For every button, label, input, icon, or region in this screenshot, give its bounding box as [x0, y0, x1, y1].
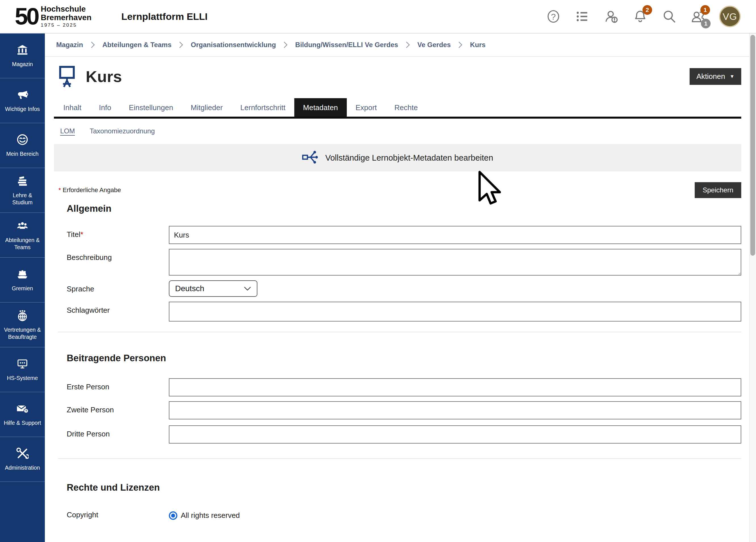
- section-divider: [58, 458, 741, 459]
- schlagwoerter-label: Schlagwörter: [67, 302, 169, 315]
- main-sidebar: Magazin Wichtige Infos Mein Bereich Lehr…: [0, 33, 45, 542]
- books-icon: [16, 175, 29, 188]
- copyright-radio[interactable]: [169, 511, 177, 520]
- sidebar-item-gremien[interactable]: Gremien: [0, 258, 45, 302]
- save-button[interactable]: Speichern: [695, 182, 741, 198]
- avatar[interactable]: VG: [719, 6, 741, 27]
- tab-bar: Inhalt Info Einstellungen Mitglieder Ler…: [54, 98, 741, 119]
- chevron-down-icon: [244, 286, 251, 291]
- copyright-label: Copyright: [67, 509, 169, 519]
- top-header: 50 Hochschule Bremerhaven 1975 – 2025 Le…: [0, 0, 756, 33]
- breadcrumb: Magazin Abteilungen & Teams Organisation…: [45, 33, 749, 57]
- list-menu-icon[interactable]: [574, 9, 590, 24]
- section-title-beitragende: Beitragende Personen: [67, 353, 741, 364]
- mail-question-icon: ?: [16, 402, 29, 416]
- notifications-bell-icon[interactable]: 2: [632, 9, 648, 24]
- committee-icon: [16, 268, 29, 281]
- dritte-person-input[interactable]: [169, 425, 741, 444]
- subtab-taxonomiezuordnung[interactable]: Taxonomiezuordnung: [90, 127, 155, 135]
- chevron-right-icon: [283, 41, 288, 49]
- globe-people-icon: [16, 309, 29, 323]
- sidebar-item-lehre-studium[interactable]: Lehre & Studium: [0, 168, 45, 213]
- smiley-icon: [16, 133, 29, 147]
- tab-metadaten[interactable]: Metadaten: [294, 98, 347, 117]
- search-icon[interactable]: [661, 9, 677, 24]
- chevron-right-icon: [458, 41, 463, 49]
- zweite-person-label: Zweite Person: [67, 401, 169, 414]
- section-title-allgemein: Allgemein: [67, 203, 741, 214]
- logo-name-line2: Bremerhaven: [41, 13, 91, 22]
- sidebar-item-hilfe-support[interactable]: ? Hilfe & Support: [0, 392, 45, 437]
- tab-lernfortschritt[interactable]: Lernfortschritt: [232, 98, 294, 117]
- svg-text:?: ?: [25, 409, 27, 413]
- tab-export[interactable]: Export: [347, 98, 386, 117]
- logo-50: 50: [15, 6, 38, 27]
- breadcrumb-item[interactable]: Magazin: [56, 41, 83, 49]
- tab-info[interactable]: Info: [90, 98, 120, 117]
- monitor-icon: [16, 358, 29, 371]
- sidebar-item-label: Lehre & Studium: [2, 192, 43, 206]
- caret-down-icon: ▼: [730, 74, 734, 79]
- contacts-badge-new: 1: [700, 5, 710, 15]
- course-icon: [58, 64, 76, 89]
- erste-person-label: Erste Person: [67, 378, 169, 391]
- team-icon: [16, 220, 29, 233]
- section-title-rechte: Rechte und Lizenzen: [67, 482, 741, 493]
- logo-name-line1: Hochschule: [41, 5, 91, 13]
- logo-years: 1975 – 2025: [41, 22, 91, 28]
- chevron-right-icon: [91, 41, 95, 49]
- required-hint: * Erforderliche Angabe: [58, 186, 121, 194]
- breadcrumb-item[interactable]: Organisationsentwicklung: [191, 41, 276, 49]
- university-logo: 50 Hochschule Bremerhaven 1975 – 2025: [15, 5, 91, 28]
- sprache-label: Sprache: [67, 280, 169, 293]
- sidebar-item-label: Magazin: [12, 61, 33, 68]
- sprache-select[interactable]: Deutsch: [169, 280, 257, 297]
- user-alert-icon[interactable]: [603, 9, 619, 24]
- actions-button[interactable]: Aktionen ▼: [690, 68, 741, 85]
- main-content: Magazin Abteilungen & Teams Organisation…: [45, 33, 749, 542]
- edit-full-metadata-banner[interactable]: Vollständige Lernobjekt-Metadaten bearbe…: [54, 144, 741, 171]
- sidebar-item-label: Hilfe & Support: [4, 419, 41, 426]
- sidebar-item-hs-systeme[interactable]: HS-Systeme: [0, 347, 45, 392]
- sidebar-item-abteilungen-teams[interactable]: Abteilungen & Teams: [0, 213, 45, 258]
- tab-rechte[interactable]: Rechte: [386, 98, 427, 117]
- titel-input[interactable]: [169, 226, 741, 244]
- chevron-right-icon: [179, 41, 183, 49]
- breadcrumb-item[interactable]: Abteilungen & Teams: [102, 41, 172, 49]
- page-title: Kurs: [86, 67, 122, 86]
- breadcrumb-item[interactable]: Bildung/Wissen/ELLI Ve Gerdes: [295, 41, 398, 49]
- beschreibung-textarea[interactable]: [169, 249, 741, 276]
- zweite-person-input[interactable]: [169, 401, 741, 419]
- help-icon[interactable]: ?: [545, 9, 561, 24]
- subtab-bar: LOM Taxonomiezuordnung: [54, 127, 741, 135]
- sidebar-item-magazin[interactable]: Magazin: [0, 33, 45, 78]
- contacts-badge-total: 1: [701, 19, 711, 28]
- scrollbar-thumb[interactable]: [750, 35, 755, 256]
- sidebar-item-vertretungen-beauftragte[interactable]: Vertretungen & Beauftragte: [0, 302, 45, 347]
- breadcrumb-item[interactable]: Ve Gerdes: [417, 41, 451, 49]
- vertical-scrollbar[interactable]: [749, 33, 756, 542]
- section-divider: [58, 332, 741, 332]
- sidebar-item-wichtige-infos[interactable]: Wichtige Infos: [0, 78, 45, 123]
- tools-icon: [16, 447, 29, 461]
- tab-inhalt[interactable]: Inhalt: [54, 98, 90, 117]
- tab-einstellungen[interactable]: Einstellungen: [120, 98, 182, 117]
- tab-mitglieder[interactable]: Mitglieder: [182, 98, 232, 117]
- dritte-person-label: Dritte Person: [67, 425, 169, 438]
- breadcrumb-item-current[interactable]: Kurs: [470, 41, 486, 49]
- sidebar-item-administration[interactable]: Administration: [0, 437, 45, 482]
- sidebar-item-label: Wichtige Infos: [5, 106, 40, 112]
- erste-person-input[interactable]: [169, 378, 741, 396]
- sidebar-item-label: Mein Bereich: [6, 150, 39, 157]
- subtab-lom[interactable]: LOM: [60, 127, 75, 135]
- svg-text:?: ?: [551, 12, 556, 21]
- copyright-option-label: All rights reserved: [181, 511, 240, 520]
- edit-full-metadata-link[interactable]: Vollständige Lernobjekt-Metadaten bearbe…: [325, 153, 493, 163]
- contacts-icon[interactable]: 1 1: [690, 9, 706, 24]
- sidebar-item-mein-bereich[interactable]: Mein Bereich: [0, 123, 45, 168]
- chevron-right-icon: [406, 41, 410, 49]
- sprache-selected-value: Deutsch: [175, 284, 204, 293]
- megaphone-icon: [16, 89, 29, 102]
- sidebar-item-label: Abteilungen & Teams: [2, 237, 43, 251]
- schlagwoerter-input[interactable]: [169, 302, 741, 322]
